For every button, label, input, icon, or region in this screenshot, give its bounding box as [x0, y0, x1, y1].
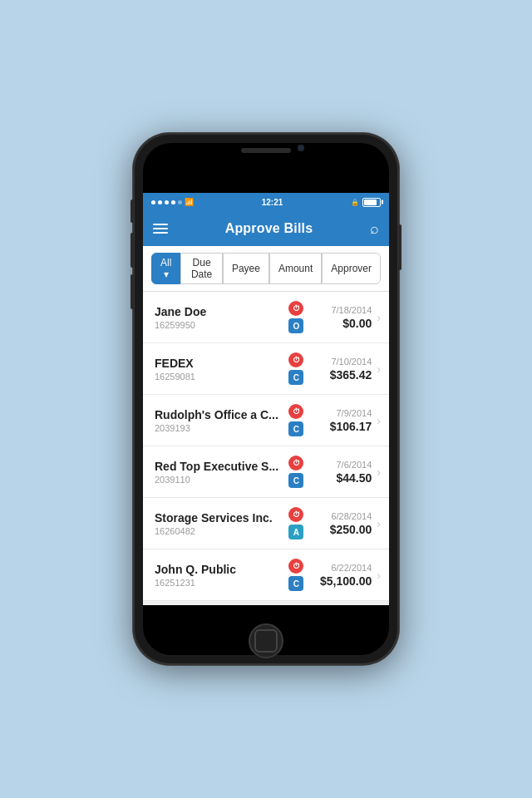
clock-icon: ⏱ [288, 404, 303, 419]
item-id: 16260482 [155, 526, 280, 536]
chevron-right-icon: › [377, 311, 381, 324]
clock-icon: ⏱ [288, 507, 303, 522]
signal-dot-3 [165, 200, 169, 204]
item-amount-section: 7/6/2014 $44.50 [312, 460, 372, 485]
item-amount-section: 7/18/2014 $0.00 [312, 305, 372, 330]
speaker [241, 148, 291, 153]
list-item[interactable]: John Q. Public 16251231 ⏱ C 6/22/2014 $5… [143, 549, 389, 601]
item-date: 7/6/2014 [312, 460, 372, 470]
filter-approver-button[interactable]: Approver [322, 253, 381, 284]
battery-fill [364, 200, 377, 205]
item-id: 16251231 [155, 578, 280, 588]
volume-down-button [131, 274, 134, 309]
list-item[interactable]: Jane Doe 16259950 ⏱ O 7/18/2014 $0.00 › [143, 292, 389, 343]
item-date: 7/18/2014 [312, 305, 372, 315]
item-id: 2039110 [155, 475, 280, 485]
badge-icon: A [288, 525, 303, 539]
item-amount-section: 6/22/2014 $5,100.00 [312, 563, 372, 588]
item-id: 16259950 [155, 320, 280, 330]
signal-dot-1 [151, 200, 155, 204]
app-screen: 📶 12:21 🔒 Approve Bills ⌕ [143, 193, 389, 605]
item-date: 7/10/2014 [312, 357, 372, 367]
filter-bar: All ▾ Due Date Payee Amount Approver [143, 246, 389, 292]
wifi-icon: 📶 [185, 198, 194, 206]
menu-button[interactable] [153, 224, 168, 234]
item-amount: $365.42 [312, 368, 372, 382]
item-info: Storage Services Inc. 16260482 [155, 511, 280, 536]
mute-button [131, 200, 134, 223]
app-header: Approve Bills ⌕ [143, 211, 389, 246]
item-date: 7/9/2014 [312, 408, 372, 418]
item-icons: ⏱ C [288, 352, 303, 385]
home-button[interactable] [249, 623, 283, 658]
status-bar: 📶 12:21 🔒 [143, 193, 389, 211]
filter-amount-button[interactable]: Amount [269, 253, 322, 284]
item-amount: $5,100.00 [312, 574, 372, 588]
item-icons: ⏱ C [288, 404, 303, 436]
phone-frame: 📶 12:21 🔒 Approve Bills ⌕ [133, 133, 399, 665]
item-info: Rudolph's Office a C... 2039193 [155, 408, 280, 433]
item-info: John Q. Public 16251231 [155, 563, 280, 588]
filter-payee-button[interactable]: Payee [223, 253, 269, 284]
item-id: 16259081 [155, 372, 280, 382]
item-amount: $250.00 [312, 523, 372, 536]
clock-icon: ⏱ [288, 559, 303, 574]
signal-dot-2 [158, 200, 162, 204]
item-date: 6/28/2014 [312, 511, 372, 521]
badge-icon: C [288, 576, 303, 591]
item-id: 2039193 [155, 423, 280, 433]
chevron-right-icon: › [377, 466, 381, 479]
badge-icon: C [288, 473, 303, 488]
page-title: Approve Bills [225, 221, 313, 236]
filter-all-button[interactable]: All ▾ [151, 253, 180, 284]
phone-screen: 📶 12:21 🔒 Approve Bills ⌕ [143, 143, 389, 655]
item-amount: $44.50 [312, 471, 372, 485]
item-name: FEDEX [155, 357, 280, 370]
signal-dot-5 [178, 200, 182, 204]
clock: 12:21 [262, 198, 283, 207]
signal-area: 📶 [151, 198, 194, 206]
item-icons: ⏱ C [288, 456, 303, 488]
item-name: Storage Services Inc. [155, 511, 280, 525]
badge-icon: O [288, 318, 303, 333]
item-name: Jane Doe [155, 305, 280, 318]
item-name: Rudolph's Office a C... [155, 408, 280, 421]
item-info: Red Top Executive S... 2039110 [155, 460, 280, 485]
list-item[interactable]: Rudolph's Office a C... 2039193 ⏱ C 7/9/… [143, 395, 389, 446]
list-item[interactable]: Red Top Executive S... 2039110 ⏱ C 7/6/2… [143, 446, 389, 498]
chevron-right-icon: › [377, 414, 381, 427]
item-amount-section: 6/28/2014 $250.00 [312, 511, 372, 536]
menu-line-3 [153, 232, 168, 234]
home-button-inner [254, 629, 278, 653]
item-amount: $0.00 [312, 317, 372, 330]
item-amount-section: 7/9/2014 $106.17 [312, 408, 372, 433]
item-icons: ⏱ A [288, 507, 303, 539]
search-icon[interactable]: ⌕ [370, 220, 379, 238]
list-item[interactable]: FEDEX 16259081 ⏱ C 7/10/2014 $365.42 › [143, 343, 389, 395]
lock-icon: 🔒 [351, 199, 359, 206]
chevron-right-icon: › [377, 517, 381, 530]
signal-dot-4 [171, 200, 175, 204]
battery-area: 🔒 [351, 198, 381, 207]
filter-duedate-button[interactable]: Due Date [180, 253, 223, 284]
item-icons: ⏱ O [288, 301, 303, 333]
menu-line-1 [153, 224, 168, 225]
badge-icon: C [288, 370, 303, 385]
volume-up-button [131, 233, 134, 268]
badge-icon: C [288, 421, 303, 436]
item-name: Red Top Executive S... [155, 460, 280, 473]
bills-list: Jane Doe 16259950 ⏱ O 7/18/2014 $0.00 › … [143, 292, 389, 601]
item-icons: ⏱ C [288, 559, 303, 591]
menu-line-2 [153, 228, 168, 229]
item-info: FEDEX 16259081 [155, 357, 280, 382]
front-camera [298, 145, 304, 151]
clock-icon: ⏱ [288, 301, 303, 316]
chevron-right-icon: › [377, 569, 381, 582]
list-item[interactable]: Storage Services Inc. 16260482 ⏱ A 6/28/… [143, 498, 389, 549]
power-button [398, 224, 401, 270]
item-amount-section: 7/10/2014 $365.42 [312, 357, 372, 382]
chevron-right-icon: › [377, 362, 381, 376]
item-date: 6/22/2014 [312, 563, 372, 573]
item-info: Jane Doe 16259950 [155, 305, 280, 330]
clock-icon: ⏱ [288, 352, 303, 367]
